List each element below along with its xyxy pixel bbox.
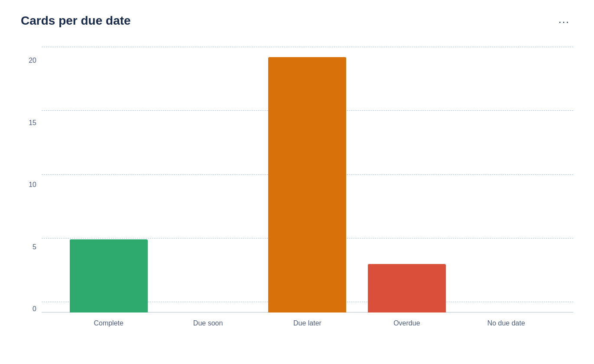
chart-plot: Complete Due soon Due later Overdue No d… <box>42 47 573 328</box>
bars-area <box>42 57 573 312</box>
chart-container: Cards per due date ··· 0 5 10 15 20 <box>0 0 594 364</box>
x-label-complete: Complete <box>70 319 148 328</box>
x-labels: Complete Due soon Due later Overdue No d… <box>42 312 573 328</box>
chart-header: Cards per due date ··· <box>21 14 573 29</box>
x-label-due-soon: Due soon <box>169 319 247 328</box>
more-options-button[interactable]: ··· <box>555 14 573 29</box>
grid-line-20 <box>42 47 573 47</box>
chart-area: 0 5 10 15 20 <box>21 47 573 328</box>
x-label-no-due-date: No due date <box>467 319 545 328</box>
y-label-10: 10 <box>21 181 42 188</box>
y-label-15: 15 <box>21 119 42 126</box>
x-label-due-later: Due later <box>268 319 346 328</box>
y-label-20: 20 <box>21 57 42 64</box>
y-label-0: 0 <box>21 306 42 312</box>
bar-group-due-later <box>268 57 346 312</box>
chart-title: Cards per due date <box>21 14 131 28</box>
bar-group-overdue <box>368 264 446 312</box>
bar-group-complete <box>70 239 148 312</box>
bar-overdue[interactable] <box>368 264 446 312</box>
y-axis: 0 5 10 15 20 <box>21 57 42 312</box>
x-label-overdue: Overdue <box>368 319 446 328</box>
bar-complete[interactable] <box>70 239 148 312</box>
y-label-5: 5 <box>21 244 42 251</box>
bar-due-later[interactable] <box>268 57 346 312</box>
